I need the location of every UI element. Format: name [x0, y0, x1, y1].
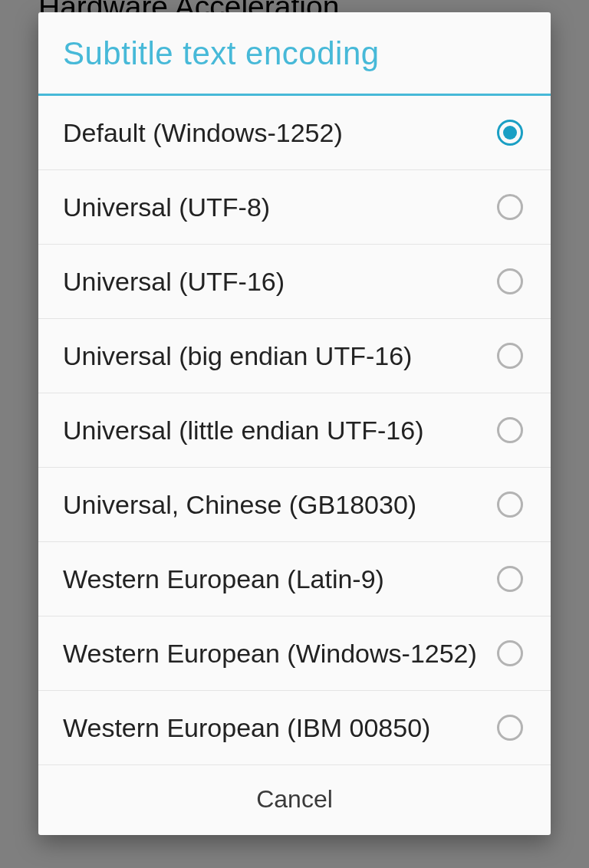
encoding-option[interactable]: Default (Windows-1252) — [38, 96, 551, 170]
encoding-option-label: Western European (Latin-9) — [63, 552, 497, 607]
radio-icon — [497, 120, 523, 146]
encoding-option-label: Universal (big endian UTF-16) — [63, 329, 497, 383]
encoding-option[interactable]: Western European (Windows-1252) — [38, 616, 551, 691]
encoding-option-label: Western European (IBM 00850) — [63, 701, 497, 755]
encoding-option-label: Universal (UTF-8) — [63, 180, 497, 235]
radio-icon — [497, 417, 523, 443]
encoding-option[interactable]: Universal (little endian UTF-16) — [38, 393, 551, 468]
encoding-option[interactable]: Universal (big endian UTF-16) — [38, 319, 551, 393]
radio-icon — [497, 268, 523, 294]
subtitle-encoding-dialog: Subtitle text encoding Default (Windows-… — [38, 12, 551, 835]
encoding-options-list: Default (Windows-1252)Universal (UTF-8)U… — [38, 96, 551, 765]
encoding-option[interactable]: Western European (Latin-9) — [38, 542, 551, 616]
encoding-option[interactable]: Western European (IBM 00850) — [38, 691, 551, 765]
radio-icon — [497, 343, 523, 369]
encoding-option-label: Universal (UTF-16) — [63, 255, 497, 309]
encoding-option-label: Universal (little endian UTF-16) — [63, 403, 497, 458]
encoding-option[interactable]: Universal (UTF-16) — [38, 245, 551, 319]
radio-icon — [497, 194, 523, 220]
encoding-option-label: Default (Windows-1252) — [63, 106, 497, 160]
radio-icon — [497, 715, 523, 741]
dialog-title: Subtitle text encoding — [38, 12, 551, 96]
radio-icon — [497, 566, 523, 592]
cancel-button[interactable]: Cancel — [38, 765, 551, 835]
encoding-option[interactable]: Universal, Chinese (GB18030) — [38, 468, 551, 542]
radio-icon — [497, 492, 523, 518]
encoding-option-label: Universal, Chinese (GB18030) — [63, 478, 497, 532]
encoding-option-label: Western European (Windows-1252) — [63, 626, 497, 681]
radio-icon — [497, 640, 523, 666]
encoding-option[interactable]: Universal (UTF-8) — [38, 170, 551, 245]
